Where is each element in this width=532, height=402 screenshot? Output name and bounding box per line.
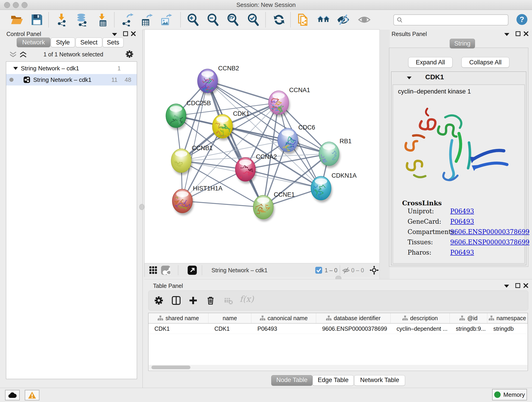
show-eye-icon[interactable]: [358, 13, 371, 26]
crosslink-label: Tissues:: [408, 239, 433, 246]
help-icon[interactable]: ?: [516, 13, 528, 26]
column-header-name[interactable]: name: [209, 313, 252, 323]
import-network-icon[interactable]: [56, 13, 69, 26]
delete-column-icon[interactable]: [206, 296, 215, 305]
column-header-database-identifier[interactable]: database identifier: [316, 313, 391, 323]
float-panel-icon[interactable]: [515, 283, 520, 288]
network-node-CDC6[interactable]: CDC6: [278, 124, 315, 154]
zoom-fit-icon[interactable]: [226, 13, 240, 26]
window-title: Session: New Session: [0, 0, 532, 10]
float-panel-icon[interactable]: [515, 31, 521, 36]
column-header-canonical-name[interactable]: canonical name: [251, 313, 316, 323]
export-table-icon[interactable]: [140, 13, 153, 26]
string-network-icon: [24, 77, 30, 83]
tab-select[interactable]: Select: [76, 38, 102, 47]
expand-all-button[interactable]: Expand All: [408, 57, 452, 68]
network-row[interactable]: String Network – cdk1 11 48: [6, 74, 137, 85]
float-panel-icon[interactable]: [123, 31, 128, 36]
network-node-RB1[interactable]: RB1: [317, 138, 351, 168]
grid-view-icon[interactable]: [149, 266, 158, 275]
table-cell[interactable]: stringdb: [487, 324, 528, 334]
table-cell[interactable]: P06493: [251, 324, 316, 334]
column-header-shared-name[interactable]: shared name: [148, 313, 209, 323]
table-cell[interactable]: CDK1: [148, 324, 209, 334]
panel-menu-icon[interactable]: [504, 284, 510, 288]
network-node-CCNB2[interactable]: CCNB2: [197, 65, 239, 98]
network-node-CCNE1[interactable]: CCNE1: [253, 191, 295, 221]
search-box[interactable]: [393, 14, 508, 26]
collapse-all-button[interactable]: Collapse All: [462, 57, 509, 68]
zoom-in-icon[interactable]: [186, 13, 200, 26]
crosslink-link[interactable]: P06493: [450, 208, 474, 215]
table-cell[interactable]: stringdb:9...: [450, 324, 487, 334]
tab-style[interactable]: Style: [51, 38, 75, 47]
network-node-CCNA1[interactable]: CCNA1: [268, 87, 310, 117]
open-in-new-window-icon[interactable]: [188, 266, 197, 275]
table-cell[interactable]: cyclin–dependent ...: [391, 324, 450, 334]
export-network-icon[interactable]: [120, 13, 134, 26]
hidden-eye-slash-icon[interactable]: [342, 267, 350, 274]
network-badge-icon[interactable]: [161, 266, 170, 275]
search-input[interactable]: [405, 15, 507, 24]
create-column-icon[interactable]: [189, 296, 197, 305]
results-panel-divider[interactable]: [380, 30, 390, 279]
separator: [178, 265, 178, 275]
column-header-description[interactable]: description: [391, 313, 450, 323]
tab-string[interactable]: String: [450, 39, 475, 48]
duplicate-network-icon[interactable]: [297, 13, 310, 26]
refresh-icon[interactable]: [272, 13, 286, 26]
network-view-title: String Network – cdk1: [211, 263, 268, 277]
table-cell[interactable]: CDK1: [209, 324, 252, 334]
close-panel-icon[interactable]: [131, 31, 136, 36]
table-options-gear-icon[interactable]: [154, 296, 163, 305]
svg-text:?: ?: [520, 15, 524, 24]
warnings-button[interactable]: [25, 390, 39, 400]
memory-button[interactable]: Memory: [492, 389, 527, 400]
crosslink-link[interactable]: P06493: [450, 249, 474, 256]
tab-network[interactable]: Network: [17, 38, 51, 47]
save-session-icon[interactable]: [30, 13, 44, 26]
left-splitter-handle[interactable]: [139, 204, 144, 210]
expand-collection-icon[interactable]: [13, 66, 18, 70]
network-options-gear-icon[interactable]: [126, 50, 133, 58]
zoom-out-icon[interactable]: [206, 13, 220, 26]
collection-label: String Network – cdk1: [21, 65, 79, 72]
show-columns-icon[interactable]: [172, 296, 181, 305]
home-networks-icon[interactable]: [317, 13, 330, 26]
birds-eye-view-icon[interactable]: [370, 266, 379, 275]
collapse-all-chevron-icon[interactable]: [9, 51, 17, 57]
network-node-CDKN1A[interactable]: CDKN1A: [311, 172, 357, 202]
horizontal-scrollbar[interactable]: [149, 365, 527, 370]
network-node-count: 11: [111, 76, 118, 83]
hide-selected-eye-slash-icon[interactable]: [336, 13, 350, 26]
network-node-HIST1H1A[interactable]: HIST1H1A: [169, 185, 222, 215]
cloud-status-button[interactable]: [5, 390, 20, 400]
tab-sets[interactable]: Sets: [103, 38, 123, 47]
close-panel-icon[interactable]: [523, 283, 529, 288]
collapse-section-icon[interactable]: [406, 76, 412, 80]
open-session-icon[interactable]: [10, 13, 23, 26]
import-network-from-database-icon[interactable]: [75, 13, 89, 26]
scrollbar-thumb[interactable]: [152, 366, 190, 369]
selected-checkbox-icon[interactable]: [315, 267, 322, 274]
panel-menu-icon[interactable]: [112, 32, 118, 36]
column-header-namespace[interactable]: namespace: [487, 313, 528, 323]
column-header-@id[interactable]: @id: [450, 313, 487, 323]
crosslink-link[interactable]: 9606.ENSP00000378699: [450, 228, 530, 235]
import-table-icon[interactable]: [96, 13, 109, 26]
node-label: CDC25B: [186, 100, 211, 107]
network-canvas[interactable]: CCNB2CCNA1CDC25BCDK1CDC6RB1CCNB1CCNA2CDK…: [145, 30, 380, 263]
close-panel-icon[interactable]: [523, 31, 529, 36]
expand-all-chevron-icon[interactable]: [19, 51, 27, 57]
table-cell[interactable]: 9606.ENSP00000378699: [316, 324, 391, 334]
network-edge[interactable]: [182, 201, 263, 207]
tab-network-table[interactable]: Network Table: [354, 375, 405, 386]
crosslink-link[interactable]: P06493: [450, 218, 474, 225]
export-image-icon[interactable]: [159, 13, 172, 26]
tab-edge-table[interactable]: Edge Table: [312, 375, 354, 386]
tab-node-table[interactable]: Node Table: [271, 375, 312, 386]
zoom-selected-icon[interactable]: [247, 13, 260, 26]
network-collection-row[interactable]: String Network – cdk1 1: [6, 63, 137, 74]
crosslink-link[interactable]: 9606.ENSP00000378699: [450, 239, 530, 246]
panel-menu-icon[interactable]: [504, 32, 510, 36]
